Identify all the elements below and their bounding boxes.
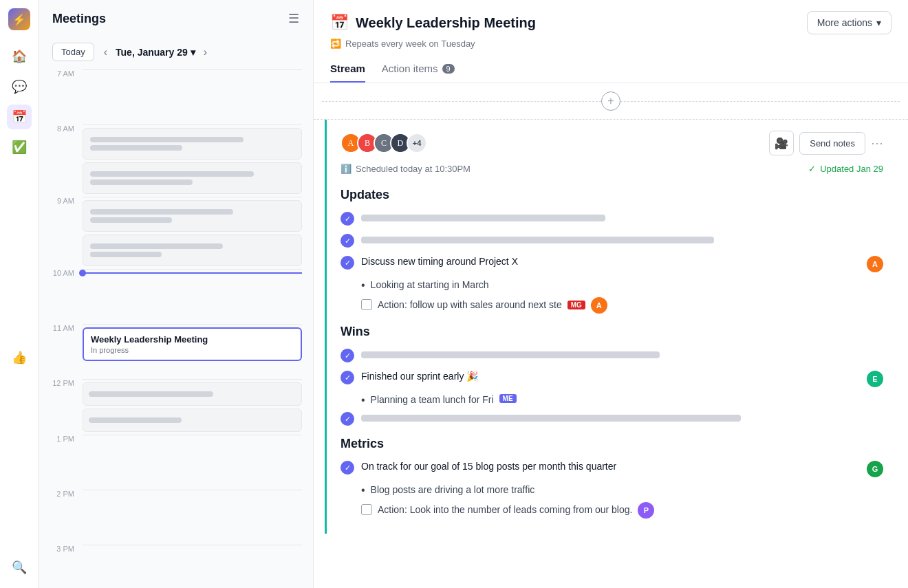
bullet-blog-traffic: • Blog posts are driving a lot more traf… [361,484,883,497]
prev-date-button[interactable]: ‹ [100,45,111,60]
time-label-3pm: 3 PM [50,545,77,553]
sidebar-panel: Meetings ☰ Today ‹ Tue, January 29 ▾ › 7… [39,0,314,588]
bullet-text-1: Looking at starting in March [371,279,489,290]
stream-item-2: ✓ [340,232,883,248]
check-icon-win-3: ✓ [340,412,354,426]
weekly-leadership-meeting-event[interactable]: Weekly Leadership Meeting In progress [83,327,302,361]
check-icon-win-2: ✓ [340,371,354,384]
event-placeholder-1[interactable] [83,128,302,160]
section-title-metrics: Metrics [340,437,883,451]
card-more-icon[interactable]: ⋯ [871,135,883,151]
nav-calendar-icon[interactable]: 📅 [7,105,32,129]
stream-item-win-1: ✓ [340,347,883,362]
win-placeholder-2 [361,415,741,422]
scheduled-text: Scheduled today at 10:30PM [356,164,471,174]
calendar-body: 7 AM 8 AM 9 AM [39,69,313,588]
sidebar-menu-icon[interactable]: ☰ [288,11,299,26]
time-label-8am: 8 AM [50,124,77,133]
event-placeholder-2[interactable] [83,162,302,194]
action-checkbox-2[interactable] [361,504,372,515]
bullet-text-2: Planning a team lunch for Fri [371,394,494,405]
bullet-starting-march: • Looking at starting in March [361,279,883,292]
me-badge: ME [499,394,517,403]
avatars: +4 [340,133,427,153]
item-text-sprint: Finished our sprint early 🎉 [361,369,860,384]
event-placeholder-3[interactable] [83,200,302,232]
item-placeholder-1 [361,215,605,221]
meeting-title-left: 📅 Weekly Leadership Meeting [330,14,536,32]
add-button[interactable]: + [601,91,620,111]
chevron-down-icon: ▾ [876,17,881,28]
nav-home-icon[interactable]: 🏠 [7,44,32,69]
card-actions: 🎥 Send notes ⋯ [769,131,883,155]
event-placeholder-6[interactable] [83,409,302,432]
action-text-2: Action: Look into the number of leads co… [378,504,632,515]
time-slot-3pm: 3 PM [50,545,302,588]
action-text-1: Action: follow up with sales around next… [378,299,562,310]
meta-scheduled: ℹ️ Scheduled today at 10:30PM [340,164,471,174]
meeting-title: Weekly Leadership Meeting [356,15,536,31]
time-slot-7am: 7 AM [50,69,302,124]
time-slot-2pm: 2 PM [50,490,302,545]
bullet-team-lunch: • Planning a team lunch for Fri ME [361,394,883,406]
action-items-badge: 9 [442,64,455,74]
sidebar-header: Meetings ☰ [39,0,313,37]
sidebar-title: Meetings [52,12,106,26]
action-checkbox-1[interactable] [361,299,372,310]
repeats-row: 🔁 Repeats every week on Tuesday [330,39,891,49]
nav-feedback-icon[interactable]: 👍 [7,345,32,370]
item-user-avatar-3: G [867,461,883,477]
bullet-text-3: Blog posts are driving a lot more traffi… [371,484,535,495]
date-dropdown-icon: ▾ [191,47,195,58]
info-icon: ℹ️ [340,164,352,174]
stream-item-metrics-1: ✓ On track for our goal of 15 blog posts… [340,459,883,477]
card-top: +4 🎥 Send notes ⋯ [340,131,883,155]
nav-messages-icon[interactable]: 💬 [7,74,32,99]
time-label-10am: 10 AM [50,269,77,277]
current-time-line [83,272,302,274]
next-date-button[interactable]: › [199,45,211,60]
side-navigation: ⚡ 🏠 💬 📅 ✅ 👍 🔍 [0,0,39,588]
item-placeholder-2 [361,237,714,243]
meeting-card: +4 🎥 Send notes ⋯ ℹ️ Scheduled today at … [325,120,897,534]
time-label-12pm: 12 PM [50,379,77,387]
check-icon-1: ✓ [340,212,354,226]
time-label-7am: 7 AM [50,69,77,78]
event-placeholder-4[interactable] [83,235,302,266]
more-actions-button[interactable]: More actions ▾ [807,11,891,34]
meta-updated: ✓ Updated Jan 29 [808,164,883,174]
video-button[interactable]: 🎥 [769,131,794,155]
check-icon-metrics-1: ✓ [340,461,354,475]
item-text-discuss: Discuss new timing around Project X [361,254,860,269]
action-user-avatar-1: A [591,297,607,314]
time-slot-1pm: 1 PM [50,435,302,490]
time-slot-8am: 8 AM [50,124,302,197]
sidebar-controls: Today ‹ Tue, January 29 ▾ › [39,37,313,69]
send-notes-button[interactable]: Send notes [799,132,865,155]
meeting-title-row: 📅 Weekly Leadership Meeting More actions… [330,11,891,34]
check-icon-win-1: ✓ [340,349,354,362]
stream-item-win-3: ✓ [340,411,883,426]
time-slot-12pm: 12 PM [50,379,302,435]
more-actions-label: More actions [817,17,872,28]
today-button[interactable]: Today [52,43,94,61]
nav-search-icon[interactable]: 🔍 [7,555,32,580]
current-date[interactable]: Tue, January 29 ▾ [116,47,195,58]
event-placeholder-5[interactable] [83,382,302,406]
time-label-11am: 11 AM [50,324,77,332]
tab-action-items[interactable]: Action items 9 [382,57,455,83]
action-item-leads: Action: Look into the number of leads co… [361,501,883,519]
event-title: Weekly Leadership Meeting [91,334,294,345]
main-header: 📅 Weekly Leadership Meeting More actions… [314,0,908,83]
win-placeholder-1 [361,351,660,358]
time-slot-10am: 10 AM [50,269,302,324]
time-slot-9am: 9 AM [50,197,302,269]
stream-item-win-2: ✓ Finished our sprint early 🎉 E [340,369,883,387]
action-user-avatar-2: P [638,502,654,519]
stream-item-3: ✓ Discuss new timing around Project X A [340,254,883,272]
repeats-text: Repeats every week on Tuesday [345,39,475,49]
nav-tasks-icon[interactable]: ✅ [7,135,32,160]
tab-stream[interactable]: Stream [330,57,365,83]
time-slot-11am: 11 AM Weekly Leadership Meeting In progr… [50,324,302,379]
mg-badge: MG [568,301,585,309]
